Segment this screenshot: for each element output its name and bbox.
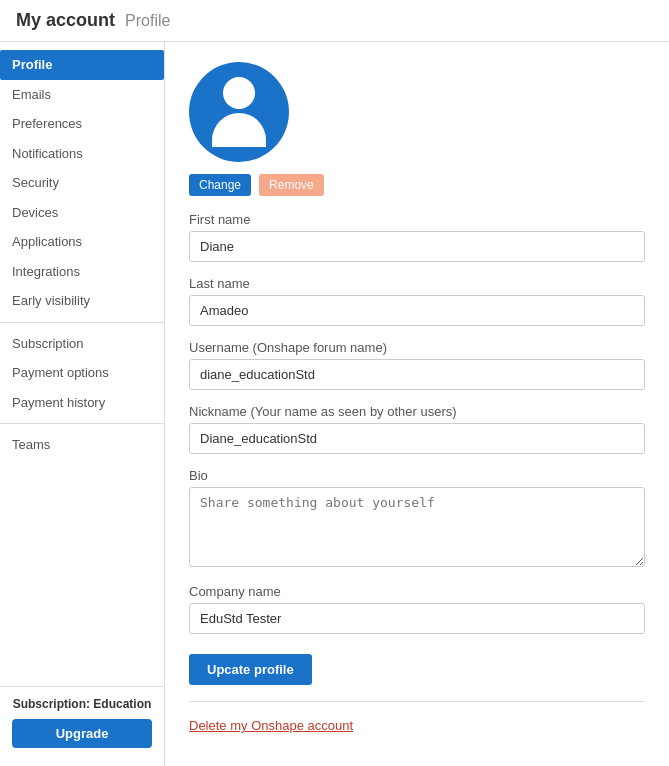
first-name-input[interactable] [189, 231, 645, 262]
update-profile-button[interactable]: Upcate profile [189, 654, 312, 685]
last-name-label: Last name [189, 276, 645, 291]
subscription-label: Subscription: Education [12, 697, 152, 711]
page-title: My account [16, 10, 115, 31]
sidebar-item-preferences[interactable]: Preferences [0, 109, 164, 139]
username-label: Username (Onshape forum name) [189, 340, 645, 355]
main-layout: Profile Emails Preferences Notifications… [0, 42, 669, 766]
avatar-buttons: Change Remove [189, 174, 324, 196]
bio-input[interactable] [189, 487, 645, 567]
nickname-label: Nickname (Your name as seen by other use… [189, 404, 645, 419]
page-subtitle: Profile [125, 12, 170, 30]
company-label: Company name [189, 584, 645, 599]
remove-avatar-button[interactable]: Remove [259, 174, 324, 196]
avatar-section: Change Remove [189, 62, 645, 196]
sidebar-divider-2 [0, 423, 164, 424]
sidebar-item-profile[interactable]: Profile [0, 50, 164, 80]
nickname-group: Nickname (Your name as seen by other use… [189, 404, 645, 454]
delete-account-button[interactable]: Delete my Onshape account [189, 718, 353, 733]
nickname-input[interactable] [189, 423, 645, 454]
company-input[interactable] [189, 603, 645, 634]
username-group: Username (Onshape forum name) [189, 340, 645, 390]
avatar-body [212, 113, 266, 147]
sidebar-item-applications[interactable]: Applications [0, 227, 164, 257]
change-avatar-button[interactable]: Change [189, 174, 251, 196]
sidebar-item-notifications[interactable]: Notifications [0, 139, 164, 169]
upgrade-button[interactable]: Upgrade [12, 719, 152, 748]
avatar-person-icon [209, 77, 269, 147]
avatar [189, 62, 289, 162]
sidebar-item-payment-history[interactable]: Payment history [0, 388, 164, 418]
sidebar-item-early-visibility[interactable]: Early visibility [0, 286, 164, 316]
sidebar-item-payment-options[interactable]: Payment options [0, 358, 164, 388]
sidebar-item-subscription[interactable]: Subscription [0, 329, 164, 359]
first-name-group: First name [189, 212, 645, 262]
sidebar-item-integrations[interactable]: Integrations [0, 257, 164, 287]
sidebar-item-emails[interactable]: Emails [0, 80, 164, 110]
top-bar: My account Profile [0, 0, 669, 42]
sidebar-bottom: Subscription: Education Upgrade [0, 686, 164, 758]
avatar-head [223, 77, 255, 109]
sidebar-divider-1 [0, 322, 164, 323]
content-area: Change Remove First name Last name Usern… [165, 42, 669, 766]
bio-group: Bio [189, 468, 645, 570]
company-group: Company name [189, 584, 645, 634]
username-input[interactable] [189, 359, 645, 390]
sidebar-item-teams[interactable]: Teams [0, 430, 164, 460]
last-name-input[interactable] [189, 295, 645, 326]
bio-label: Bio [189, 468, 645, 483]
sidebar: Profile Emails Preferences Notifications… [0, 42, 165, 766]
sidebar-item-devices[interactable]: Devices [0, 198, 164, 228]
sidebar-item-security[interactable]: Security [0, 168, 164, 198]
last-name-group: Last name [189, 276, 645, 326]
content-divider [189, 701, 645, 702]
first-name-label: First name [189, 212, 645, 227]
